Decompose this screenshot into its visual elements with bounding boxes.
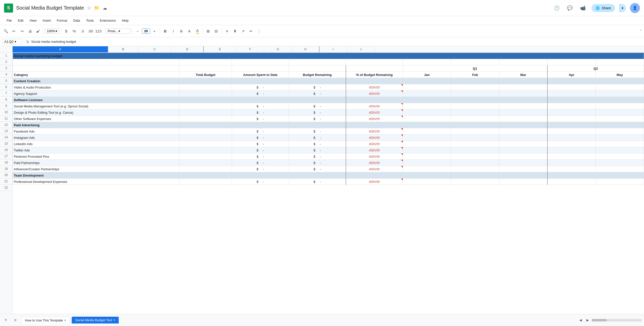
number-format-button[interactable]: 123 [95, 27, 102, 35]
section-team-development[interactable]: Team Development [13, 172, 179, 179]
cell-C14[interactable]: $ - [232, 128, 289, 135]
cell-H14[interactable] [499, 128, 547, 135]
cell-C20[interactable]: $ - [232, 166, 289, 172]
cell-B21[interactable] [179, 172, 232, 179]
cell-A18[interactable]: Pinterest Promoted Pins [13, 153, 179, 160]
cell-F22[interactable] [403, 179, 451, 185]
cell-B12[interactable] [179, 116, 232, 122]
cell-I22[interactable] [547, 179, 596, 185]
cell-H15[interactable] [499, 135, 547, 141]
col-header-B[interactable]: B [108, 46, 138, 52]
cell-E20[interactable]: #DIV/0! [346, 166, 403, 172]
cell-H7[interactable] [499, 84, 547, 91]
cell-H12[interactable] [499, 116, 547, 122]
cell-F9[interactable] [403, 97, 451, 103]
cell-C21[interactable] [232, 172, 289, 179]
cell-B20[interactable] [179, 166, 232, 172]
cell-A7[interactable]: Video & Audio Production [13, 84, 179, 91]
cell-B3[interactable] [179, 59, 232, 65]
cell-C17[interactable]: $ - [232, 147, 289, 153]
row-num-12[interactable]: 12 [0, 122, 12, 128]
col-header-J[interactable]: J [347, 46, 375, 52]
cell-B13[interactable] [179, 122, 232, 128]
cell-G8[interactable] [451, 91, 499, 97]
cell-A4[interactable] [13, 65, 179, 72]
col-total-budget[interactable]: Total Budget [179, 72, 232, 78]
cell-F6[interactable] [403, 78, 451, 84]
cell-A22[interactable]: Professional Development Expenses [13, 179, 179, 185]
cell-I9[interactable] [547, 97, 596, 103]
paint-format-button[interactable]: 🖌 [34, 27, 42, 35]
bold-button[interactable]: B [162, 27, 169, 35]
cell-A8[interactable]: Agency Support [13, 91, 179, 97]
cell-F12[interactable] [403, 116, 451, 122]
cell-F13[interactable] [403, 122, 451, 128]
cell-E13[interactable] [346, 122, 403, 128]
col-amount-spent[interactable]: Amount Spent to Date [232, 72, 289, 78]
row-num-18[interactable]: 18 [0, 159, 12, 166]
all-sheets-button[interactable]: ≡ [12, 316, 19, 324]
zoom-selector[interactable]: 100% ▾ [45, 28, 59, 34]
cell-C15[interactable]: $ - [232, 135, 289, 141]
cell-D21[interactable] [289, 172, 346, 179]
q2-header[interactable]: Q2 [547, 65, 644, 72]
cell-F19[interactable] [403, 160, 451, 166]
cell-A12[interactable]: Other Software Expenses [13, 116, 179, 122]
row-num-1[interactable]: 1 [0, 53, 12, 59]
cell-B7[interactable] [179, 84, 232, 91]
cell-E22[interactable]: #DIV/0! [346, 179, 403, 185]
cell-G11[interactable] [451, 109, 499, 116]
cell-H9[interactable] [499, 97, 547, 103]
menu-extensions[interactable]: Extensions [97, 18, 118, 23]
q1-header[interactable]: Q1 [403, 65, 547, 72]
cell-D20[interactable]: $ - [289, 166, 346, 172]
cell-B8[interactable] [179, 91, 232, 97]
col-apr[interactable]: Apr [547, 72, 596, 78]
cell-F11[interactable] [403, 109, 451, 116]
cell-D8[interactable]: $ - [289, 91, 346, 97]
folder-icon[interactable]: 📁 [94, 5, 100, 11]
col-mar[interactable]: Mar [499, 72, 547, 78]
cell-A14[interactable]: Facebook Ads [13, 128, 179, 135]
col-header-F[interactable]: F [236, 46, 264, 52]
search-button[interactable]: 🔍 [2, 27, 10, 35]
cell-J10[interactable] [596, 103, 644, 109]
tab-social-media-budget-tool[interactable]: Social Media Budget Tool ▾ [72, 317, 118, 323]
row-num-19[interactable]: 19 [0, 166, 12, 172]
cell-A20[interactable]: Influencer/Creator Partnerships [13, 166, 179, 172]
cell-G12[interactable] [451, 116, 499, 122]
row-num-14[interactable]: 14 [0, 134, 12, 141]
highlight-color-button[interactable]: A [194, 27, 201, 35]
cell-G17[interactable] [451, 147, 499, 153]
cell-H19[interactable] [499, 160, 547, 166]
increase-decimal-button[interactable]: .00 [87, 27, 94, 35]
cell-E4[interactable] [346, 65, 403, 72]
cell-H18[interactable] [499, 153, 547, 160]
cell-I17[interactable] [547, 147, 596, 153]
cell-H11[interactable] [499, 109, 547, 116]
cell-I20[interactable] [547, 166, 596, 172]
cell-B19[interactable] [179, 160, 232, 166]
cell-J7[interactable] [596, 84, 644, 91]
cell-J11[interactable] [596, 109, 644, 116]
decrease-font-size-button[interactable]: − [134, 27, 141, 35]
row-num-11[interactable]: 11 [0, 115, 12, 122]
cell-D13[interactable] [289, 122, 346, 128]
font-color-button[interactable]: A [186, 27, 193, 35]
menu-format[interactable]: Format [54, 18, 70, 23]
cell-H6[interactable] [499, 78, 547, 84]
cell-B11[interactable] [179, 109, 232, 116]
menu-help[interactable]: Help [119, 18, 131, 23]
cell-C9[interactable] [232, 97, 289, 103]
cell-C19[interactable]: $ - [232, 160, 289, 166]
cell-C18[interactable]: $ - [232, 153, 289, 160]
cell-J21[interactable] [596, 172, 644, 179]
cell-C8[interactable]: $ - [232, 91, 289, 97]
row-num-8[interactable]: 8 [0, 97, 12, 103]
cell-I15[interactable] [547, 135, 596, 141]
cell-D4[interactable] [289, 65, 346, 72]
row-num-5[interactable]: 5 [0, 78, 12, 84]
cell-C22[interactable]: $ - [232, 179, 289, 185]
cell-F16[interactable] [403, 141, 451, 147]
cell-J22[interactable] [596, 179, 644, 185]
